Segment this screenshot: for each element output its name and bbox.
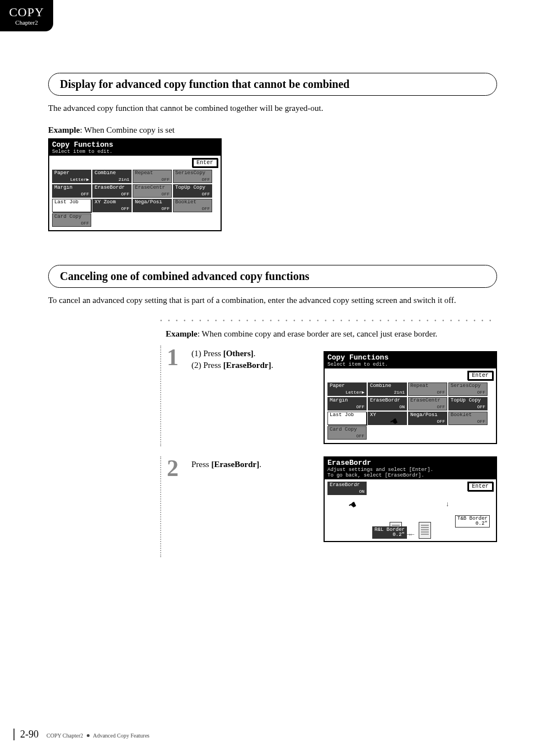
lcd2-grid: PaperLetter▶Combine2in1RepeatOFFSeriesCo…: [327, 382, 493, 440]
erase-illustration: →← ↓ T&B Border 0.2" R&L Border 0.2": [327, 500, 493, 539]
section2-heading: Canceling one of combined advanced copy …: [48, 265, 497, 288]
lcd-cell[interactable]: Last Job: [52, 199, 91, 212]
step-1: 1 (1) Press [Others]. (2) Press [EraseBo…: [160, 346, 497, 446]
lcd-cell[interactable]: RepeatOFF: [133, 170, 172, 183]
lcd-cell[interactable]: TopUp CopyOFF: [173, 184, 212, 198]
lcd3-erasebordr-cell[interactable]: EraseBordr ON: [327, 482, 367, 495]
lcd-cell[interactable]: BookletOFF: [173, 199, 212, 212]
lcd-cell[interactable]: EraseBordrON: [368, 397, 407, 410]
lcd1-enter[interactable]: Enter: [192, 158, 218, 167]
lcd-cell: [448, 426, 488, 440]
lcd-cell[interactable]: XY ZoomOFF: [92, 199, 132, 212]
lcd1-grid: PaperLetter▶Combine2in1RepeatOFFSeriesCo…: [52, 170, 218, 227]
lcd-cell[interactable]: Nega/PosiOFF: [133, 199, 172, 212]
example-bold: Example: [48, 125, 80, 134]
section1-example: Example: When Combine copy is set: [48, 125, 497, 135]
lcd-cell: [92, 213, 132, 227]
arrow-icon: →←: [406, 531, 414, 539]
section1-body: The advanced copy function that cannot b…: [48, 102, 497, 114]
lcd3-title: EraseBordr: [327, 459, 493, 467]
lcd-cell[interactable]: Nega/PosiOFF: [408, 412, 447, 425]
lcd-copy-functions-1: Copy Functions Select item to edit. Ente…: [48, 138, 222, 231]
arrow-down-icon: ↓: [446, 501, 449, 508]
page-footer: 2-90 COPY Chapter2 Advanced Copy Feature…: [13, 729, 149, 740]
lcd-copy-functions-2: Copy Functions Select item to edit. Ente…: [324, 351, 497, 444]
lcd2-enter[interactable]: Enter: [467, 371, 493, 380]
lcd3-enter[interactable]: Enter: [467, 482, 493, 491]
lcd-cell[interactable]: Combine2in1: [368, 382, 407, 396]
chapter-tab-sub: Chapter2: [15, 19, 38, 26]
lcd-cell[interactable]: TopUp CopyOFF: [448, 397, 488, 410]
page-number: 2-90: [20, 729, 39, 740]
step2-number: 2: [167, 456, 182, 480]
lcd-cell[interactable]: RepeatOFF: [408, 382, 447, 396]
lcd-cell[interactable]: MarginOFF: [52, 184, 91, 198]
section2-example: Example: When combine copy and erase bor…: [166, 329, 497, 339]
page-icon: [419, 522, 431, 539]
lcd-cell[interactable]: SeriesCopyOFF: [173, 170, 212, 183]
lcd-cell[interactable]: EraseBordrOFF: [92, 184, 132, 198]
lcd-cell[interactable]: XY: [368, 412, 407, 425]
section1-heading: Display for advanced copy function that …: [48, 73, 497, 96]
dot-divider: • • • • • • • • • • • • • • • • • • • • …: [160, 318, 497, 324]
example-rest: : When Combine copy is set: [80, 125, 175, 134]
step1-number: 1: [167, 346, 182, 369]
lcd-cell: [408, 426, 447, 440]
chapter-tab: COPY Chapter2: [0, 0, 53, 31]
lcd-cell[interactable]: SeriesCopyOFF: [448, 382, 488, 396]
tb-border-label: T&B Border 0.2": [455, 515, 490, 528]
lcd3-sub1: Adjust settings and select [Enter].: [327, 467, 493, 473]
lcd-cell[interactable]: Card CopyOFF: [327, 426, 367, 440]
ex2-bold: Example: [166, 329, 198, 338]
lcd-cell[interactable]: Combine2in1: [92, 170, 132, 183]
lcd3-sub2: To go back, select [EraseBordr].: [327, 473, 493, 478]
dot-icon: [87, 734, 90, 737]
lcd-cell[interactable]: MarginOFF: [327, 397, 367, 410]
lcd-cell: [368, 426, 407, 440]
step-2: 2 Press [EraseBordr]. EraseBordr Adjust …: [160, 456, 497, 557]
lcd-cell[interactable]: Card CopyOFF: [52, 213, 91, 227]
lcd-cell[interactable]: PaperLetter▶: [327, 382, 367, 396]
chapter-tab-title: COPY: [9, 6, 44, 19]
rl-border-label: R&L Border 0.2": [372, 526, 407, 539]
step1-text: (1) Press [Others]. (2) Press [EraseBord…: [191, 346, 315, 370]
lcd1-sub: Select item to edit.: [52, 149, 218, 155]
lcd-cell[interactable]: EraseCentrOFF: [133, 184, 172, 198]
ex2-rest: : When combine copy and erase border are…: [198, 329, 438, 338]
footer-chapter: COPY Chapter2 Advanced Copy Features: [46, 732, 149, 739]
lcd-cell: [133, 213, 172, 227]
lcd-cell[interactable]: BookletOFF: [448, 412, 488, 425]
lcd-cell: [173, 213, 212, 227]
lcd-cell[interactable]: Last Job: [327, 412, 367, 425]
lcd2-sub: Select item to edit.: [327, 362, 493, 367]
step2-text: Press [EraseBordr].: [191, 456, 315, 469]
lcd2-title: Copy Functions: [327, 353, 493, 362]
section2-body: To cancel an advanced copy setting that …: [48, 295, 497, 306]
lcd-cell[interactable]: PaperLetter▶: [52, 170, 91, 183]
lcd-erasebordr: EraseBordr Adjust settings and select [E…: [324, 456, 497, 542]
lcd-cell[interactable]: EraseCentrOFF: [408, 397, 447, 410]
lcd1-title: Copy Functions: [52, 141, 218, 149]
